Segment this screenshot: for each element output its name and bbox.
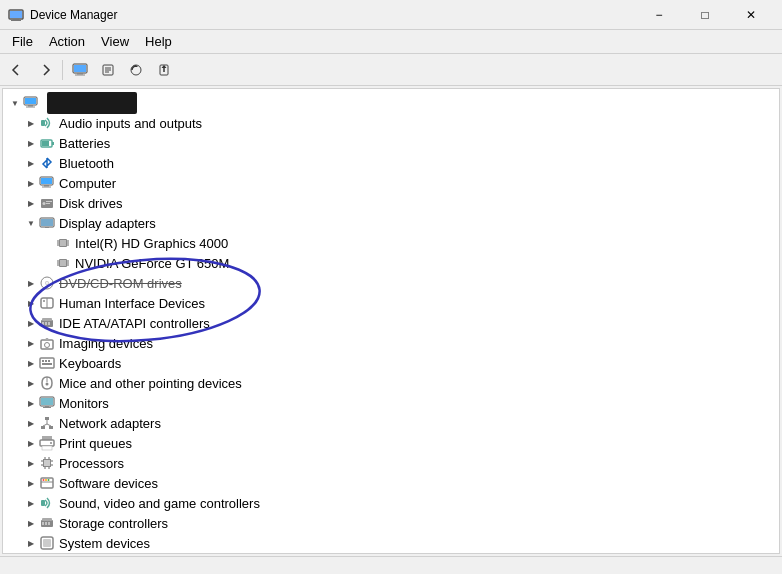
- svg-line-81: [47, 424, 51, 426]
- list-item[interactable]: Monitors: [3, 393, 779, 413]
- redacted-hostname: [47, 92, 137, 114]
- svg-rect-37: [60, 240, 66, 246]
- sound-icon: [39, 495, 55, 511]
- sound-label: Sound, video and game controllers: [59, 496, 260, 511]
- system-label: System devices: [59, 536, 150, 551]
- audio-label: Audio inputs and outputs: [59, 116, 202, 131]
- svg-rect-18: [25, 98, 36, 104]
- list-item[interactable]: Processors: [3, 453, 779, 473]
- scan-hardware-button[interactable]: [123, 57, 149, 83]
- svg-rect-2: [11, 20, 21, 21]
- mice-expander: [23, 375, 39, 391]
- keyboard-icon: [39, 355, 55, 371]
- software-icon: [39, 475, 55, 491]
- list-item[interactable]: IDE ATA/ATAPI controllers: [3, 313, 779, 333]
- forward-button[interactable]: [32, 57, 58, 83]
- svg-rect-108: [43, 539, 51, 547]
- list-item[interactable]: Keyboards: [3, 353, 779, 373]
- list-item[interactable]: Network adapters: [3, 413, 779, 433]
- audio-icon: [39, 115, 55, 131]
- svg-rect-5: [74, 65, 86, 72]
- ide-label: IDE ATA/ATAPI controllers: [59, 316, 210, 331]
- maximize-button[interactable]: □: [682, 0, 728, 30]
- intel-expander: [39, 235, 55, 251]
- list-item[interactable]: Display adapters: [3, 213, 779, 233]
- printer-icon: [39, 435, 55, 451]
- list-item[interactable]: Bluetooth: [3, 153, 779, 173]
- svg-point-98: [43, 479, 45, 481]
- status-bar: [0, 556, 782, 574]
- list-item[interactable]: Mice and other pointing devices: [3, 373, 779, 393]
- hid-expander: [23, 295, 39, 311]
- menu-action[interactable]: Action: [41, 32, 93, 51]
- list-item[interactable]: System devices: [3, 533, 779, 553]
- tree-root[interactable]: [3, 93, 779, 113]
- network-expander: [23, 415, 39, 431]
- imaging-expander: [23, 335, 39, 351]
- display-expander: [23, 215, 39, 231]
- close-button[interactable]: ✕: [728, 0, 774, 30]
- keyboard-expander: [23, 355, 39, 371]
- menu-view[interactable]: View: [93, 32, 137, 51]
- storage-expander: [23, 515, 39, 531]
- svg-rect-26: [41, 178, 52, 184]
- system-expander: [23, 535, 39, 551]
- camera-icon: [39, 335, 55, 351]
- list-item[interactable]: Computer: [3, 173, 779, 193]
- keyboard-label: Keyboards: [59, 356, 121, 371]
- battery-icon: [39, 135, 55, 151]
- properties-button[interactable]: [95, 57, 121, 83]
- display-adapter-icon: [39, 215, 55, 231]
- svg-rect-23: [52, 142, 54, 145]
- svg-point-30: [43, 202, 46, 205]
- root-expander: [7, 95, 23, 111]
- computer-icon: [23, 95, 39, 111]
- app-icon: [8, 7, 24, 23]
- update-driver-button[interactable]: [151, 57, 177, 83]
- root-label: [43, 92, 137, 114]
- svg-rect-3: [10, 11, 22, 18]
- mice-label: Mice and other pointing devices: [59, 376, 242, 391]
- device-tree-view[interactable]: Audio inputs and outputs Batteries: [2, 88, 780, 554]
- tree-view: Audio inputs and outputs Batteries: [3, 89, 779, 554]
- list-item[interactable]: Software devices: [3, 473, 779, 493]
- ide-expander: [23, 315, 39, 331]
- menu-file[interactable]: File: [4, 32, 41, 51]
- bluetooth-label: Bluetooth: [59, 156, 114, 171]
- list-item[interactable]: Intel(R) HD Graphics 4000: [3, 233, 779, 253]
- list-item[interactable]: Storage controllers: [3, 513, 779, 533]
- window-title: Device Manager: [30, 8, 636, 22]
- list-item[interactable]: NVIDIA GeForce GT 650M: [3, 253, 779, 273]
- back-button[interactable]: [4, 57, 30, 83]
- svg-point-85: [50, 442, 52, 444]
- svg-rect-27: [44, 185, 49, 187]
- list-item[interactable]: Print queues: [3, 433, 779, 453]
- svg-rect-78: [49, 426, 53, 429]
- display-adapters-label: Display adapters: [59, 216, 156, 231]
- svg-rect-68: [48, 360, 50, 362]
- list-item[interactable]: DVD/CD-ROM drives: [3, 273, 779, 293]
- svg-point-57: [43, 300, 45, 302]
- network-label: Network adapters: [59, 416, 161, 431]
- minimize-button[interactable]: −: [636, 0, 682, 30]
- svg-rect-84: [42, 446, 52, 450]
- list-item[interactable]: Imaging devices: [3, 333, 779, 353]
- bluetooth-expander: [23, 155, 39, 171]
- list-item[interactable]: Disk drives: [3, 193, 779, 213]
- storage-label: Storage controllers: [59, 516, 168, 531]
- processors-label: Processors: [59, 456, 124, 471]
- list-item[interactable]: Sound, video and game controllers: [3, 493, 779, 513]
- batteries-expander: [23, 135, 39, 151]
- list-item[interactable]: Batteries: [3, 133, 779, 153]
- computer-button[interactable]: [67, 57, 93, 83]
- imaging-label: Imaging devices: [59, 336, 153, 351]
- svg-rect-73: [41, 398, 53, 405]
- svg-rect-32: [46, 203, 50, 204]
- list-item[interactable]: Audio inputs and outputs: [3, 113, 779, 133]
- list-item[interactable]: Human Interface Devices: [3, 293, 779, 313]
- list-item[interactable]: Universal Serial Bus controllers: [3, 553, 779, 554]
- svg-rect-66: [42, 360, 44, 362]
- menu-help[interactable]: Help: [137, 32, 180, 51]
- processors-expander: [23, 455, 39, 471]
- storage-icon: [39, 515, 55, 531]
